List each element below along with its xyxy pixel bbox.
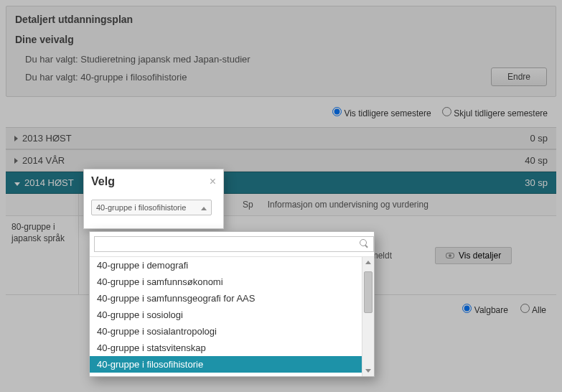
dropdown-option[interactable]: 40-gruppe i historie for AAS-programmet [90, 373, 362, 376]
scroll-thumb[interactable] [364, 271, 373, 313]
combo-value: 40-gruppe i filosofihistorie [96, 203, 186, 212]
close-icon[interactable]: × [210, 176, 216, 187]
dropdown-search-input[interactable] [94, 236, 374, 252]
scroll-up-icon[interactable] [365, 261, 371, 264]
dropdown-scrollbar[interactable] [362, 257, 374, 376]
dropdown-option[interactable]: 40-gruppe i statsvitenskap [90, 340, 362, 356]
select-modal: Velg × 40-gruppe i filosofihistorie [83, 169, 224, 229]
scroll-down-icon[interactable] [365, 369, 371, 373]
dropdown-option[interactable]: 40-gruppe i sosiologi [90, 307, 362, 323]
dropdown-option[interactable]: 40-gruppe i samfunnsøkonomi [90, 274, 362, 290]
dropdown-option[interactable]: 40-gruppe i sosialantropologi [90, 323, 362, 340]
dropdown-option[interactable]: 40-gruppe i samfunnsgeografi for AAS [90, 290, 362, 307]
dropdown-option[interactable]: 40-gruppe i demografi [90, 257, 362, 274]
search-icon [360, 239, 370, 249]
dropdown-option[interactable]: 40-gruppe i filosofihistorie [90, 356, 362, 373]
dropdown-panel: 40-gruppe i demografi40-gruppe i samfunn… [89, 231, 375, 377]
modal-title: Velg [91, 175, 115, 188]
combo-select[interactable]: 40-gruppe i filosofihistorie [91, 200, 212, 215]
dropdown-list: 40-gruppe i demografi40-gruppe i samfunn… [90, 257, 362, 376]
chevron-up-icon [201, 203, 207, 212]
